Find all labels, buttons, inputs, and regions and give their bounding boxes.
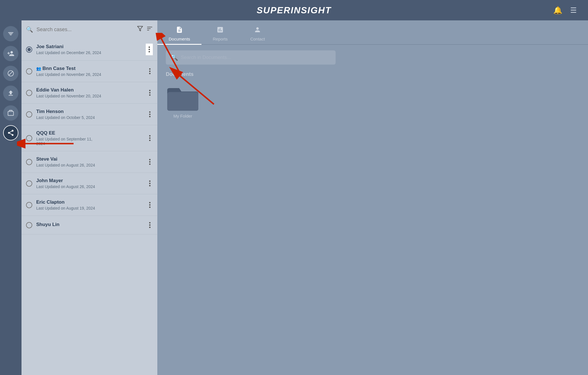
case-menu-button[interactable] <box>147 110 153 118</box>
case-info: Eddie Van Halen Last Updated on November… <box>36 87 147 98</box>
case-info: Eric Clapton Last Updated on August 19, … <box>36 199 147 210</box>
case-updated: Last Updated on August 19, 2024 <box>36 206 147 210</box>
case-radio[interactable] <box>26 159 32 165</box>
cases-list: Joe Satriani Last Updated on December 26… <box>22 39 157 375</box>
sort-icon[interactable] <box>147 25 153 33</box>
sidebar-icon-share[interactable] <box>3 125 18 140</box>
sidebar-icons <box>0 20 22 375</box>
case-info: Joe Satriani Last Updated on December 26… <box>36 44 146 55</box>
case-updated: Last Updated on November 26, 2024 <box>36 72 147 77</box>
list-item[interactable]: Eric Clapton Last Updated on August 19, … <box>22 194 157 216</box>
svg-rect-7 <box>167 92 198 111</box>
case-updated: Last Updated on September 11,2024 <box>36 137 147 146</box>
case-menu-button[interactable] <box>147 158 153 166</box>
contact-icon <box>254 26 261 35</box>
case-info: Shuyu Lin <box>36 222 147 228</box>
cases-panel: 🔍 Joe Satriani Last Updated on December … <box>22 20 157 375</box>
case-radio[interactable] <box>26 202 32 208</box>
group-icon: 👥 <box>36 66 41 71</box>
app-title: SUPERINSIGHT <box>257 5 331 16</box>
case-updated: Last Updated on October 5, 2024 <box>36 115 147 120</box>
tab-label-reports: Reports <box>213 37 228 41</box>
case-info: QQQ EE Last Updated on September 11,2024 <box>36 130 147 146</box>
case-info: John Mayer Last Updated on August 26, 20… <box>36 178 147 189</box>
folder-item[interactable]: My Folder <box>166 86 200 118</box>
reports-icon <box>216 26 224 35</box>
list-item[interactable]: John Mayer Last Updated on August 26, 20… <box>22 173 157 194</box>
case-radio[interactable] <box>26 222 32 228</box>
content-area: Documents Reports Contact <box>157 20 588 375</box>
filter-icon[interactable] <box>137 25 143 33</box>
case-radio[interactable] <box>26 68 32 74</box>
documents-icon <box>176 26 183 35</box>
search-icon: 🔍 <box>26 26 33 33</box>
folder-label: My Folder <box>173 114 192 118</box>
case-updated: Last Updated on August 26, 2024 <box>36 184 147 189</box>
case-menu-button[interactable] <box>147 221 153 229</box>
case-radio[interactable] <box>26 135 32 141</box>
case-name: John Mayer <box>36 178 147 184</box>
documents-section-title: Documents <box>166 71 580 77</box>
case-menu-button[interactable] <box>146 44 153 55</box>
case-radio[interactable] <box>26 46 32 53</box>
case-updated: Last Updated on December 26, 2024 <box>36 50 146 55</box>
tab-contact[interactable]: Contact <box>239 23 276 44</box>
case-name: Steve Vai <box>36 156 147 162</box>
svg-marker-3 <box>138 26 143 31</box>
tab-label-documents: Documents <box>169 37 190 41</box>
document-search-bar: 🔍 <box>166 50 336 65</box>
list-item[interactable]: 👥Bnn Case Test Last Updated on November … <box>22 61 157 82</box>
case-updated: Last Updated on November 20, 2024 <box>36 94 147 98</box>
case-name: Shuyu Lin <box>36 222 147 227</box>
doc-search-icon: 🔍 <box>170 54 178 61</box>
sidebar-icon-briefcase[interactable] <box>3 105 18 121</box>
tab-label-contact: Contact <box>250 37 265 41</box>
list-item[interactable]: Tim Henson Last Updated on October 5, 20… <box>22 104 157 125</box>
case-menu-button[interactable] <box>147 201 153 209</box>
case-name: 👥Bnn Case Test <box>36 66 147 71</box>
case-name: Eric Clapton <box>36 199 147 205</box>
case-menu-button[interactable] <box>147 67 153 75</box>
list-item[interactable]: Eddie Van Halen Last Updated on November… <box>22 82 157 104</box>
sidebar-icon-block[interactable] <box>3 66 18 81</box>
sidebar-icon-filter[interactable] <box>3 26 18 41</box>
content-body: 🔍 Documents My Folder <box>157 45 588 375</box>
cases-search-input[interactable] <box>37 27 134 33</box>
tab-reports[interactable]: Reports <box>201 23 239 44</box>
tab-documents[interactable]: Documents <box>157 23 201 44</box>
main-layout: 🔍 Joe Satriani Last Updated on December … <box>0 20 588 375</box>
folder-icon <box>167 86 198 111</box>
case-radio[interactable] <box>26 180 32 187</box>
case-name: Joe Satriani <box>36 44 146 50</box>
case-menu-button[interactable] <box>147 134 153 142</box>
case-radio[interactable] <box>26 111 32 118</box>
sidebar-icon-upload[interactable] <box>3 86 18 101</box>
document-search-input[interactable] <box>181 55 277 60</box>
sidebar-icon-person-add[interactable] <box>3 46 18 61</box>
case-name: QQQ EE <box>36 130 147 136</box>
case-info: 👥Bnn Case Test Last Updated on November … <box>36 66 147 77</box>
menu-button[interactable]: ☰ <box>570 6 577 15</box>
header-icons: 🔔 ☰ <box>553 6 577 15</box>
list-item[interactable]: Joe Satriani Last Updated on December 26… <box>22 39 157 61</box>
notification-button[interactable]: 🔔 <box>553 6 562 15</box>
case-name: Tim Henson <box>36 109 147 114</box>
tabs-bar: Documents Reports Contact <box>157 20 588 45</box>
list-item[interactable]: Steve Vai Last Updated on August 26, 202… <box>22 151 157 173</box>
list-item[interactable]: Shuyu Lin <box>22 216 157 235</box>
case-name: Eddie Van Halen <box>36 87 147 93</box>
case-info: Steve Vai Last Updated on August 26, 202… <box>36 156 147 167</box>
case-updated: Last Updated on August 26, 2024 <box>36 163 147 167</box>
cases-search-bar: 🔍 <box>22 20 157 39</box>
top-header: SUPERINSIGHT 🔔 ☰ <box>0 0 588 20</box>
case-info: Tim Henson Last Updated on October 5, 20… <box>36 109 147 120</box>
case-menu-button[interactable] <box>147 179 153 188</box>
case-menu-button[interactable] <box>147 89 153 97</box>
case-radio[interactable] <box>26 90 32 96</box>
list-item[interactable]: QQQ EE Last Updated on September 11,2024 <box>22 125 157 151</box>
